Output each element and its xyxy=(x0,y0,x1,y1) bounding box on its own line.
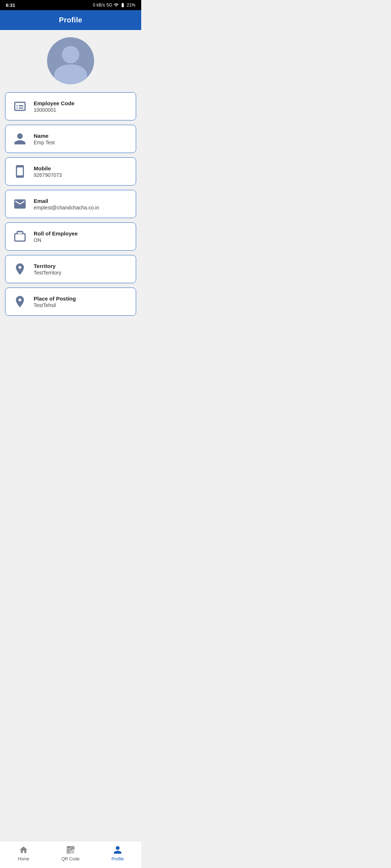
location-icon xyxy=(11,293,29,310)
employee-code-text: Employee Code 10000001 xyxy=(34,100,75,113)
network-type: 5G xyxy=(106,3,112,8)
email-label: Email xyxy=(34,198,99,204)
data-rate: 0 kB/s xyxy=(93,3,105,8)
territory-icon xyxy=(11,260,29,278)
status-bar: 6:31 0 kB/s 5G 21% xyxy=(0,0,141,10)
name-text: Name Emp Test xyxy=(34,133,55,145)
email-value: emptest@chandchacha.co.in xyxy=(34,205,99,210)
phone-svg xyxy=(13,165,27,178)
posting-label: Place of Posting xyxy=(34,295,76,302)
id-card-icon xyxy=(11,98,29,115)
mobile-card: Mobile 9267907073 xyxy=(5,157,136,186)
email-text: Email emptest@chandchacha.co.in xyxy=(34,198,99,210)
name-value: Emp Test xyxy=(34,140,55,145)
person-icon xyxy=(11,130,29,148)
roll-label: Roll of Employee xyxy=(34,230,78,237)
avatar-body xyxy=(54,64,87,84)
employee-code-card: Employee Code 10000001 xyxy=(5,92,136,120)
roll-text: Roll of Employee ON xyxy=(34,230,78,243)
avatar-container xyxy=(47,37,94,84)
mobile-text: Mobile 9267907073 xyxy=(34,165,62,178)
status-right-icons: 0 kB/s 5G 21% xyxy=(93,3,135,8)
mobile-value: 9267907073 xyxy=(34,172,62,178)
territory-svg xyxy=(13,262,27,276)
email-card: Email emptest@chandchacha.co.in xyxy=(5,190,136,218)
territory-label: Territory xyxy=(34,263,61,269)
briefcase-svg xyxy=(13,230,27,243)
posting-text: Place of Posting TestTehsil xyxy=(34,295,76,308)
email-svg xyxy=(13,197,27,211)
mobile-label: Mobile xyxy=(34,165,62,171)
employee-code-value: 10000001 xyxy=(34,107,75,113)
posting-card: Place of Posting TestTehsil xyxy=(5,288,136,316)
territory-value: TestTerritory xyxy=(34,270,61,276)
posting-value: TestTehsil xyxy=(34,302,76,308)
territory-card: Territory TestTerritory xyxy=(5,255,136,283)
svg-point-0 xyxy=(19,266,21,268)
roll-value: ON xyxy=(34,237,78,243)
main-content: Employee Code 10000001 Name Emp Test Mob… xyxy=(0,30,141,348)
battery-percent: 21% xyxy=(127,3,135,8)
briefcase-icon xyxy=(11,228,29,245)
phone-icon xyxy=(11,163,29,180)
id-card-svg xyxy=(13,99,27,113)
location-svg xyxy=(13,295,27,309)
name-label: Name xyxy=(34,133,55,139)
signal-icon xyxy=(114,3,119,8)
name-card: Name Emp Test xyxy=(5,125,136,153)
person-svg xyxy=(13,132,27,146)
page-header: Profile xyxy=(0,10,141,30)
avatar xyxy=(47,37,94,84)
battery-icon xyxy=(120,3,125,8)
status-time: 6:31 xyxy=(6,3,15,8)
email-icon xyxy=(11,195,29,213)
header-title: Profile xyxy=(59,16,82,24)
roll-card: Roll of Employee ON xyxy=(5,222,136,251)
employee-code-label: Employee Code xyxy=(34,100,75,106)
avatar-head xyxy=(62,46,79,63)
territory-text: Territory TestTerritory xyxy=(34,263,61,276)
